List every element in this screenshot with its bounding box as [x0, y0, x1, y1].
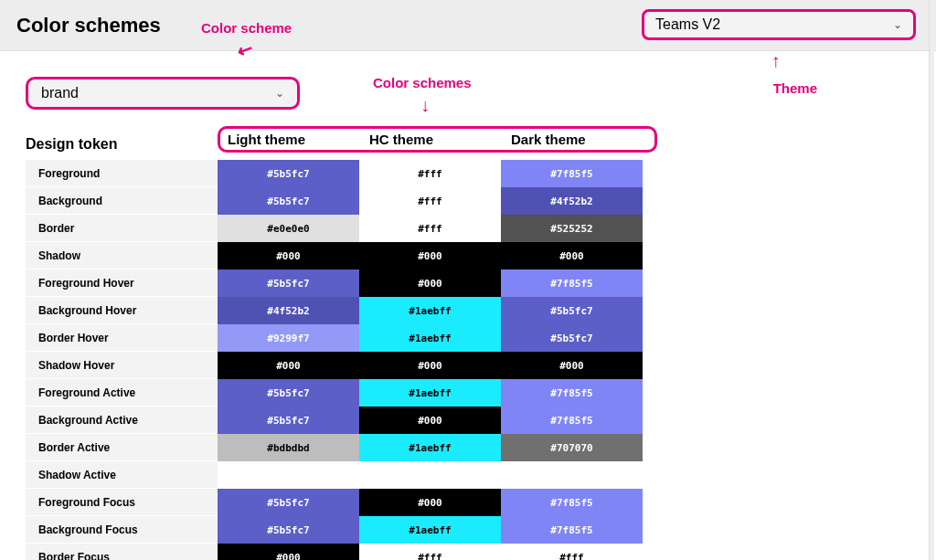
page-title: Color schemes [16, 14, 161, 37]
table-row: Border Hover#9299f7#1aebff#5b5fc7 [26, 324, 936, 352]
color-swatch: #707070 [501, 434, 643, 461]
theme-columns-highlight: Light theme HC theme Dark theme [218, 126, 657, 153]
token-name-cell: Foreground Active [26, 379, 218, 407]
arrow-icon: ↓ [420, 95, 430, 116]
token-name-cell: Background Hover [26, 297, 218, 324]
color-swatch: #5b5fc7 [218, 187, 359, 215]
table-row: Border#e0e0e0#fff#525252 [26, 215, 936, 242]
color-swatch: #4f52b2 [218, 297, 359, 324]
color-swatch: #000 [359, 407, 501, 434]
color-swatch: #000 [218, 544, 359, 560]
color-swatch: #000 [359, 489, 501, 516]
column-design-token: Design token [26, 136, 218, 153]
token-name-cell: Foreground Hover [26, 269, 218, 297]
table-row: Background Hover#4f52b2#1aebff#5b5fc7 [26, 297, 936, 324]
color-swatch: #000 [359, 269, 501, 297]
color-swatch: #1aebff [359, 379, 501, 407]
color-swatch: #1aebff [359, 434, 501, 461]
color-swatch: #5b5fc7 [218, 379, 359, 407]
table-row: Foreground#5b5fc7#fff#7f85f5 [26, 160, 936, 187]
content-area: brand ⌄ Design token Light theme HC them… [0, 51, 936, 560]
color-scheme-select[interactable]: brand ⌄ [26, 77, 300, 110]
color-swatch: #1aebff [359, 324, 501, 352]
token-name-cell: Background [26, 187, 218, 215]
color-swatch: #000 [501, 352, 643, 379]
table-row: Shadow#000#000#000 [26, 242, 936, 269]
color-swatch: #fff [359, 544, 501, 560]
table-row: Foreground Hover#5b5fc7#000#7f85f5 [26, 269, 936, 297]
color-swatch: #5b5fc7 [501, 297, 643, 324]
annotation-color-scheme: Color scheme [201, 20, 292, 36]
token-name-cell: Foreground Focus [26, 489, 218, 516]
color-swatch [218, 461, 359, 489]
color-swatch: #5b5fc7 [218, 489, 359, 516]
table-row: Shadow Hover#000#000#000 [26, 352, 936, 379]
column-dark-theme: Dark theme [505, 132, 647, 147]
color-swatch: #5b5fc7 [501, 324, 643, 352]
color-swatch: #4f52b2 [501, 187, 643, 215]
token-name-cell: Shadow Hover [26, 352, 218, 379]
color-swatch: #7f85f5 [501, 269, 643, 297]
color-swatch [359, 461, 501, 489]
color-swatch: #5b5fc7 [218, 269, 359, 297]
column-hc-theme: HC theme [364, 132, 505, 147]
color-swatch: #000 [359, 242, 501, 269]
color-swatch: #5b5fc7 [218, 407, 359, 434]
color-swatch: #525252 [501, 215, 643, 242]
color-swatch: #fff [359, 187, 501, 215]
color-swatch: #5b5fc7 [218, 160, 359, 187]
color-swatch: #7f85f5 [501, 489, 643, 516]
token-name-cell: Foreground [26, 160, 218, 187]
chevron-down-icon: ⌄ [275, 87, 284, 100]
table-row: Border Active#bdbdbd#1aebff#707070 [26, 434, 936, 461]
table-row: Foreground Focus#5b5fc7#000#7f85f5 [26, 489, 936, 516]
scrollbar[interactable] [929, 0, 934, 560]
color-swatch: #5b5fc7 [218, 516, 359, 544]
token-name-cell: Border Focus [26, 544, 218, 560]
token-name-cell: Border Hover [26, 324, 218, 352]
color-swatch: #7f85f5 [501, 516, 643, 544]
table-header: Design token Light theme HC theme Dark t… [26, 126, 936, 153]
table-row: Foreground Active#5b5fc7#1aebff#7f85f5 [26, 379, 936, 407]
token-name-cell: Shadow [26, 242, 218, 269]
token-name-cell: Shadow Active [26, 461, 218, 489]
token-rows: Foreground#5b5fc7#fff#7f85f5Background#5… [26, 160, 936, 560]
color-swatch: #000 [218, 352, 359, 379]
color-swatch: #fff [501, 544, 643, 560]
color-swatch: #bdbdbd [218, 434, 359, 461]
chevron-down-icon: ⌄ [893, 18, 902, 31]
color-swatch: #000 [359, 352, 501, 379]
color-swatch: #fff [359, 215, 501, 242]
color-swatch: #9299f7 [218, 324, 359, 352]
theme-select-value: Teams V2 [655, 16, 720, 33]
table-row: Shadow Active [26, 461, 936, 489]
color-swatch [501, 461, 643, 489]
color-swatch: #1aebff [359, 297, 501, 324]
table-row: Border Focus#000#fff#fff [26, 544, 936, 560]
color-swatch: #fff [359, 160, 501, 187]
color-swatch: #000 [501, 242, 643, 269]
color-scheme-value: brand [41, 85, 79, 101]
token-name-cell: Border [26, 215, 218, 242]
color-swatch: #7f85f5 [501, 407, 643, 434]
arrow-icon: ↓ [771, 53, 781, 74]
annotation-theme: Theme [773, 80, 817, 96]
table-row: Background Active#5b5fc7#000#7f85f5 [26, 407, 936, 434]
table-row: Background Focus#5b5fc7#1aebff#7f85f5 [26, 516, 936, 544]
color-swatch: #000 [218, 242, 359, 269]
color-swatch: #7f85f5 [501, 160, 643, 187]
table-row: Background#5b5fc7#fff#4f52b2 [26, 187, 936, 215]
color-swatch: #7f85f5 [501, 379, 643, 407]
token-name-cell: Background Focus [26, 516, 218, 544]
annotation-color-schemes: Color schemes [373, 75, 472, 90]
token-name-cell: Background Active [26, 407, 218, 434]
color-swatch: #1aebff [359, 516, 501, 544]
theme-select[interactable]: Teams V2 ⌄ [642, 9, 916, 40]
column-light-theme: Light theme [222, 132, 364, 147]
color-swatch: #e0e0e0 [218, 215, 359, 242]
token-name-cell: Border Active [26, 434, 218, 461]
